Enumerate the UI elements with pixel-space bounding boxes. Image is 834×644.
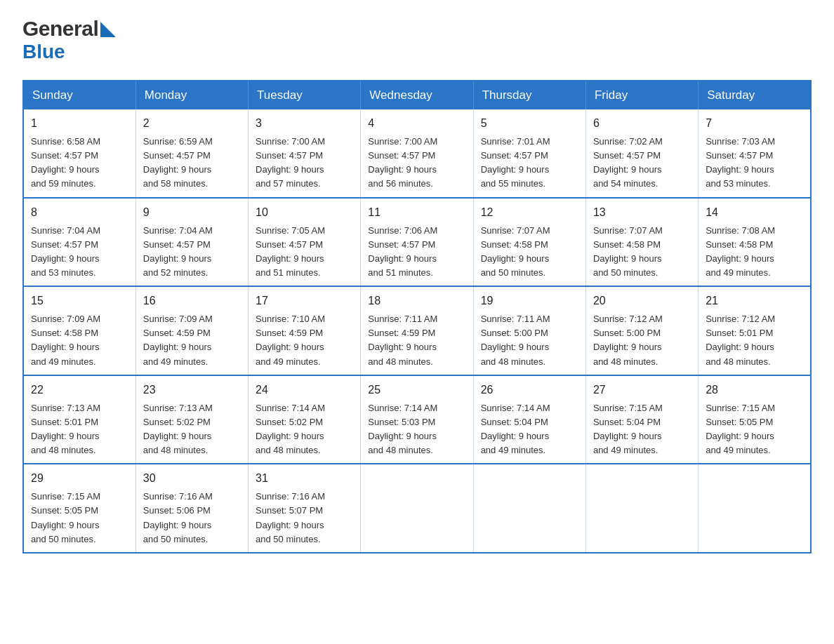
day-info: Sunrise: 7:16 AMSunset: 5:06 PMDaylight:… — [143, 490, 241, 546]
calendar-cell: 16Sunrise: 7:09 AMSunset: 4:59 PMDayligh… — [135, 286, 248, 375]
day-number: 16 — [143, 293, 241, 309]
calendar-cell: 11Sunrise: 7:06 AMSunset: 4:57 PMDayligh… — [361, 198, 473, 287]
calendar-cell: 13Sunrise: 7:07 AMSunset: 4:58 PMDayligh… — [585, 198, 698, 287]
day-info: Sunrise: 7:14 AMSunset: 5:04 PMDaylight:… — [481, 401, 578, 458]
day-number: 9 — [143, 204, 241, 221]
calendar-cell: 19Sunrise: 7:11 AMSunset: 5:00 PMDayligh… — [473, 286, 585, 375]
day-info: Sunrise: 7:05 AMSunset: 4:57 PMDaylight:… — [256, 224, 353, 281]
day-info: Sunrise: 7:15 AMSunset: 5:04 PMDaylight:… — [593, 401, 691, 458]
calendar-cell: 12Sunrise: 7:07 AMSunset: 4:58 PMDayligh… — [473, 198, 585, 287]
calendar-cell: 28Sunrise: 7:15 AMSunset: 5:05 PMDayligh… — [699, 375, 811, 464]
day-number: 12 — [481, 204, 578, 221]
header: General Blue — [22, 17, 812, 63]
calendar-cell — [473, 464, 585, 553]
day-number: 24 — [256, 382, 353, 398]
day-number: 21 — [706, 293, 803, 309]
day-info: Sunrise: 7:03 AMSunset: 4:57 PMDaylight:… — [706, 135, 803, 192]
header-day-monday: Monday — [135, 81, 248, 109]
calendar-cell: 24Sunrise: 7:14 AMSunset: 5:02 PMDayligh… — [249, 375, 361, 464]
day-number: 6 — [593, 115, 691, 132]
header-day-saturday: Saturday — [699, 81, 811, 109]
calendar-cell: 23Sunrise: 7:13 AMSunset: 5:02 PMDayligh… — [135, 375, 248, 464]
day-number: 22 — [31, 382, 128, 398]
day-info: Sunrise: 7:04 AMSunset: 4:57 PMDaylight:… — [143, 224, 241, 281]
day-info: Sunrise: 7:10 AMSunset: 4:59 PMDaylight:… — [256, 312, 353, 369]
calendar-week-row: 8Sunrise: 7:04 AMSunset: 4:57 PMDaylight… — [23, 198, 811, 287]
logo-arrow-icon — [100, 22, 116, 37]
calendar-cell — [585, 464, 698, 553]
day-number: 18 — [368, 293, 465, 309]
calendar-cell: 10Sunrise: 7:05 AMSunset: 4:57 PMDayligh… — [249, 198, 361, 287]
calendar-cell: 4Sunrise: 7:00 AMSunset: 4:57 PMDaylight… — [361, 109, 473, 198]
day-info: Sunrise: 7:00 AMSunset: 4:57 PMDaylight:… — [368, 135, 465, 192]
day-number: 26 — [481, 382, 578, 398]
logo-general-text: General — [22, 17, 98, 41]
calendar-cell: 1Sunrise: 6:58 AMSunset: 4:57 PMDaylight… — [23, 109, 135, 198]
header-day-friday: Friday — [585, 81, 698, 109]
day-info: Sunrise: 7:08 AMSunset: 4:58 PMDaylight:… — [706, 224, 803, 281]
header-day-wednesday: Wednesday — [361, 81, 473, 109]
calendar-header-row: SundayMondayTuesdayWednesdayThursdayFrid… — [23, 81, 811, 109]
day-info: Sunrise: 7:14 AMSunset: 5:03 PMDaylight:… — [368, 401, 465, 458]
header-day-thursday: Thursday — [473, 81, 585, 109]
day-number: 20 — [593, 293, 691, 309]
day-number: 8 — [31, 204, 128, 221]
day-number: 5 — [481, 115, 578, 132]
day-info: Sunrise: 7:12 AMSunset: 5:01 PMDaylight:… — [706, 312, 803, 369]
calendar-cell: 8Sunrise: 7:04 AMSunset: 4:57 PMDaylight… — [23, 198, 135, 287]
day-info: Sunrise: 7:11 AMSunset: 4:59 PMDaylight:… — [368, 312, 465, 369]
header-day-sunday: Sunday — [23, 81, 135, 109]
day-info: Sunrise: 7:16 AMSunset: 5:07 PMDaylight:… — [256, 490, 353, 546]
calendar-cell: 21Sunrise: 7:12 AMSunset: 5:01 PMDayligh… — [699, 286, 811, 375]
calendar-cell: 31Sunrise: 7:16 AMSunset: 5:07 PMDayligh… — [249, 464, 361, 553]
calendar-cell: 15Sunrise: 7:09 AMSunset: 4:58 PMDayligh… — [23, 286, 135, 375]
day-number: 23 — [143, 382, 241, 398]
day-number: 31 — [256, 470, 353, 487]
day-number: 7 — [706, 115, 803, 132]
day-info: Sunrise: 6:59 AMSunset: 4:57 PMDaylight:… — [143, 135, 241, 192]
day-info: Sunrise: 7:06 AMSunset: 4:57 PMDaylight:… — [368, 224, 465, 281]
day-number: 25 — [368, 382, 465, 398]
day-info: Sunrise: 7:15 AMSunset: 5:05 PMDaylight:… — [31, 490, 128, 546]
calendar-cell: 25Sunrise: 7:14 AMSunset: 5:03 PMDayligh… — [361, 375, 473, 464]
day-info: Sunrise: 7:15 AMSunset: 5:05 PMDaylight:… — [706, 401, 803, 458]
calendar-cell: 27Sunrise: 7:15 AMSunset: 5:04 PMDayligh… — [585, 375, 698, 464]
day-number: 1 — [31, 115, 128, 132]
day-info: Sunrise: 7:07 AMSunset: 4:58 PMDaylight:… — [593, 224, 691, 281]
day-number: 17 — [256, 293, 353, 309]
calendar-cell: 3Sunrise: 7:00 AMSunset: 4:57 PMDaylight… — [249, 109, 361, 198]
day-number: 29 — [31, 470, 128, 487]
day-number: 4 — [368, 115, 465, 132]
day-number: 19 — [481, 293, 578, 309]
day-number: 28 — [706, 382, 803, 398]
day-number: 3 — [256, 115, 353, 132]
day-info: Sunrise: 7:12 AMSunset: 5:00 PMDaylight:… — [593, 312, 691, 369]
day-number: 13 — [593, 204, 691, 221]
calendar-cell: 30Sunrise: 7:16 AMSunset: 5:06 PMDayligh… — [135, 464, 248, 553]
header-day-tuesday: Tuesday — [249, 81, 361, 109]
day-number: 27 — [593, 382, 691, 398]
calendar-cell: 20Sunrise: 7:12 AMSunset: 5:00 PMDayligh… — [585, 286, 698, 375]
calendar-cell: 26Sunrise: 7:14 AMSunset: 5:04 PMDayligh… — [473, 375, 585, 464]
calendar-cell: 14Sunrise: 7:08 AMSunset: 4:58 PMDayligh… — [699, 198, 811, 287]
day-info: Sunrise: 7:00 AMSunset: 4:57 PMDaylight:… — [256, 135, 353, 192]
calendar-cell: 6Sunrise: 7:02 AMSunset: 4:57 PMDaylight… — [585, 109, 698, 198]
day-info: Sunrise: 7:01 AMSunset: 4:57 PMDaylight:… — [481, 135, 578, 192]
day-info: Sunrise: 7:13 AMSunset: 5:02 PMDaylight:… — [143, 401, 241, 458]
day-number: 14 — [706, 204, 803, 221]
day-info: Sunrise: 7:04 AMSunset: 4:57 PMDaylight:… — [31, 224, 128, 281]
calendar-cell: 22Sunrise: 7:13 AMSunset: 5:01 PMDayligh… — [23, 375, 135, 464]
calendar-cell: 29Sunrise: 7:15 AMSunset: 5:05 PMDayligh… — [23, 464, 135, 553]
day-info: Sunrise: 7:07 AMSunset: 4:58 PMDaylight:… — [481, 224, 578, 281]
calendar-cell: 9Sunrise: 7:04 AMSunset: 4:57 PMDaylight… — [135, 198, 248, 287]
day-info: Sunrise: 7:13 AMSunset: 5:01 PMDaylight:… — [31, 401, 128, 458]
calendar-cell: 2Sunrise: 6:59 AMSunset: 4:57 PMDaylight… — [135, 109, 248, 198]
day-number: 15 — [31, 293, 128, 309]
day-info: Sunrise: 7:11 AMSunset: 5:00 PMDaylight:… — [481, 312, 578, 369]
day-number: 11 — [368, 204, 465, 221]
calendar-week-row: 1Sunrise: 6:58 AMSunset: 4:57 PMDaylight… — [23, 109, 811, 198]
svg-marker-0 — [100, 22, 116, 37]
day-number: 30 — [143, 470, 241, 487]
logo: General Blue — [22, 17, 116, 63]
day-info: Sunrise: 6:58 AMSunset: 4:57 PMDaylight:… — [31, 135, 128, 192]
